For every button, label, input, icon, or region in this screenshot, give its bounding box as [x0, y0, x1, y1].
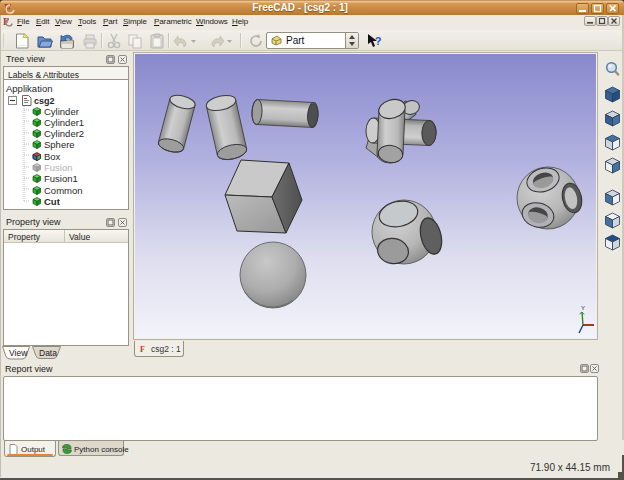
svg-text:Y: Y	[581, 305, 585, 311]
svg-text:View: View	[9, 348, 28, 358]
svg-text:F: F	[140, 345, 145, 353]
svg-text:?: ?	[375, 35, 382, 47]
svg-text:Data: Data	[39, 348, 57, 358]
